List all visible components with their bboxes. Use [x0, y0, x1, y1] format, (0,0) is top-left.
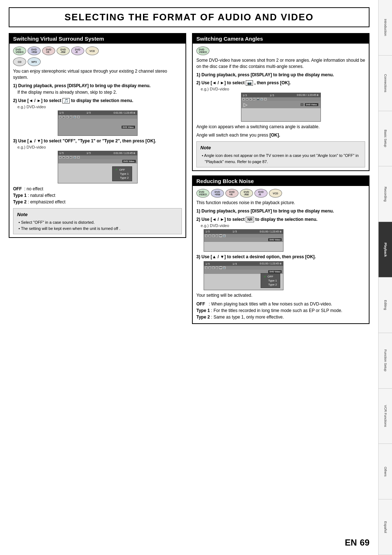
dvd-video-icon: DVDVIDEO [13, 46, 26, 55]
noise-menu-overlay: OFF Type 1 Type 2 [261, 273, 280, 288]
camera-step-1: 1) During playback, press [DISPLAY] to b… [196, 72, 365, 78]
dvd-minus-rw-icon: DVD-RW [57, 46, 70, 55]
note-bullet-2: The setting will be kept even when the u… [17, 226, 178, 232]
menu-item-type1: Type 1 [115, 172, 128, 176]
noise-step-3: 3) Use [▲ / ▼] to select a desired optio… [196, 254, 365, 291]
virtual-surround-section: Switching Virtual Surround System DVDVID… [9, 33, 186, 238]
noise-intro: This function reduces noise in the playb… [196, 200, 365, 206]
step-1: 1) During playback, press [DISPLAY] to b… [13, 83, 182, 96]
sidebar-tab-recording[interactable]: Recording [379, 166, 392, 222]
step-2: 2) Use [◄ / ►] to select 🎵 to display th… [13, 98, 182, 136]
noise-dvd-plus-rw-icon: DVD+RW [211, 189, 224, 198]
noise-menu-off: OFF [264, 275, 277, 279]
step-2-title: 2) Use [◄ / ►] to select 🎵 to display th… [13, 98, 182, 104]
intro-text: You can enjoy stereophonic virtual space… [13, 68, 182, 81]
dvd-plus-r-icon: DVD+R [42, 46, 55, 55]
step-3: 3) Use [▲ / ▼] to select "OFF", "Type 1"… [13, 138, 182, 183]
en-label: EN [345, 538, 357, 548]
page-number: 69 [360, 538, 369, 548]
cd-icon: CD [13, 57, 26, 66]
sidebar-tab-connections[interactable]: Connections [379, 56, 392, 111]
page-footer: EN 69 [9, 538, 369, 548]
noise-dvd-plus-r-icon: DVD+R [225, 189, 238, 198]
step-1-sub: If the display menu is already shown, sk… [13, 89, 182, 96]
camera-screen-mockup: 1/ 51/ 50:01:00 / 1:23:45 ⊕ ◄ ■ ► ►| 📷 🔊 [241, 93, 321, 122]
noise-step-2-title: 2) Use [◄ / ►] to select NR to display t… [196, 216, 365, 223]
camera-step-2: 2) Use [◄ / ►] to select 📷 , then press … [196, 80, 365, 122]
note-title-left: Note [17, 211, 178, 218]
noise-vcd-icon: VCD [269, 189, 282, 198]
menu-item-off: OFF [115, 168, 128, 172]
noise-step-2-eg: e.g.) DVD-video [201, 223, 365, 228]
sidebar-tab-introduction[interactable]: Introduction [379, 0, 392, 56]
block-noise-section: Reducing Block Noise DVDVIDEO DVD+RW DVD… [192, 175, 369, 324]
screen-mockup-step3: 1/ 51/ 50:01:00 / 1:23:45 ⊕ ◄ ■ ► ►| 🔊 ✦ [58, 151, 138, 183]
noise-step-2: 2) Use [◄ / ►] to select NR to display t… [196, 216, 365, 252]
noise-dvd-video-icon: DVDVIDEO [196, 189, 209, 198]
menu-item-type2: Type 2 [115, 176, 128, 180]
sidebar-tab-basic-setup[interactable]: Basic Setup [379, 111, 392, 167]
sidebar-tab-function-setup[interactable]: Function Setup [379, 333, 392, 389]
right-sidebar[interactable]: Introduction Connections Basic Setup Rec… [378, 0, 392, 555]
noise-step-1: 1) During playback, press [DISPLAY] to b… [196, 208, 365, 214]
step-2-eg: e.g.) DVD-video [17, 105, 182, 109]
step-3-title: 3) Use [▲ / ▼] to select "OFF", "Type 1"… [13, 138, 182, 144]
sidebar-tab-editing[interactable]: Editing [379, 278, 392, 333]
sidebar-tab-others[interactable]: Others [379, 444, 392, 499]
page-title: SELECTING THE FORMAT OF AUDIO AND VIDEO [9, 7, 369, 27]
camera-after-text2: Angle will switch each time you press [O… [196, 132, 365, 138]
camera-step-2-title: 2) Use [◄ / ►] to select 📷 , then press … [196, 80, 365, 86]
screen-mockup-step2: 1/ 51/ 50:01:00 / 1:23:45 ⊕ ◄ ■ ► ►| 🔊 ✦ [58, 110, 138, 136]
camera-angles-header: Switching Camera Angles [193, 34, 369, 44]
sidebar-tab-vcr-functions[interactable]: VCR Functions [379, 389, 392, 444]
noise-label-definitions: OFF : When playing back titles with a fe… [196, 301, 365, 320]
note-bullet-camera: Angle icon does not appear on the TV scr… [200, 153, 361, 165]
mp3-icon: MP3 [28, 57, 41, 66]
sidebar-tab-espanol[interactable]: Español [379, 499, 392, 555]
menu-overlay-step3: OFF Type 1 Type 2 [112, 166, 132, 181]
step-1-title: 1) During playback, press [DISPLAY] to b… [13, 83, 182, 89]
dvd-minus-r-icon: DVD-R [71, 46, 84, 55]
note-title-camera: Note [200, 144, 361, 151]
left-column: Switching Virtual Surround System DVDVID… [9, 33, 186, 533]
noise-step-3-title: 3) Use [▲ / ▼] to select a desired optio… [196, 254, 365, 260]
virtual-surround-header: Switching Virtual Surround System [9, 34, 185, 44]
camera-intro: Some DVD-video have scenes shot from 2 o… [196, 57, 365, 70]
sidebar-tab-playback[interactable]: Playback [379, 222, 392, 278]
block-noise-header: Reducing Block Noise [193, 176, 369, 186]
noise-disc-icons: DVDVIDEO DVD+RW DVD+R DVD-RW DVD-R VCD [196, 189, 365, 198]
disc-icons-row2: CD MP3 [13, 57, 182, 66]
right-column: Switching Camera Angles DVDVIDEO Some DV… [192, 33, 369, 533]
noise-step-1-title: 1) During playback, press [DISPLAY] to b… [196, 208, 365, 214]
dvd-plus-rw-icon: DVD+RW [28, 46, 41, 55]
noise-menu-type1: Type 1 [264, 279, 277, 283]
noise-screen-mockup-step2: 1/ 51/ 50:01:00 / 1:23:45 ⊕ ◄ ■ ► ►| NR … [204, 229, 283, 252]
camera-angles-section: Switching Camera Angles DVDVIDEO Some DV… [192, 33, 369, 171]
noise-dvd-minus-rw-icon: DVD-RW [240, 189, 253, 198]
camera-after-text1: Angle icon appears when a switching came… [196, 124, 365, 130]
noise-screen-mockup-step3: 1/ 51/ 50:01:00 / 1:23:45 ⊕ ◄ ■ ► ►| NR … [204, 261, 283, 290]
note-box-left: Note Select "OFF" in a case sound is dis… [13, 208, 182, 235]
camera-step-1-title: 1) During playback, press [DISPLAY] to b… [196, 72, 365, 78]
noise-menu-type2: Type 2 [264, 283, 277, 287]
noise-dvd-minus-r-icon: DVD-R [254, 189, 268, 198]
label-definitions: OFF : no effect Type 1 : natural effect … [13, 186, 182, 205]
camera-disc-icons: DVDVIDEO [196, 46, 365, 55]
note-bullet-1: Select "OFF" in a case sound is distorte… [17, 219, 178, 226]
note-box-camera: Note Angle icon does not appear on the T… [196, 141, 365, 168]
camera-step-2-eg: e.g.) DVD-video [201, 87, 365, 91]
disc-icons-row: DVDVIDEO DVD+RW DVD+R DVD-RW DVD-R VCD [13, 46, 182, 55]
vcd-icon: VCD [86, 46, 99, 55]
noise-activated-text: Your setting will be activated. [196, 292, 365, 299]
step-3-eg: e.g.) DVD-video [17, 145, 182, 149]
camera-dvd-video-icon: DVDVIDEO [196, 46, 209, 55]
